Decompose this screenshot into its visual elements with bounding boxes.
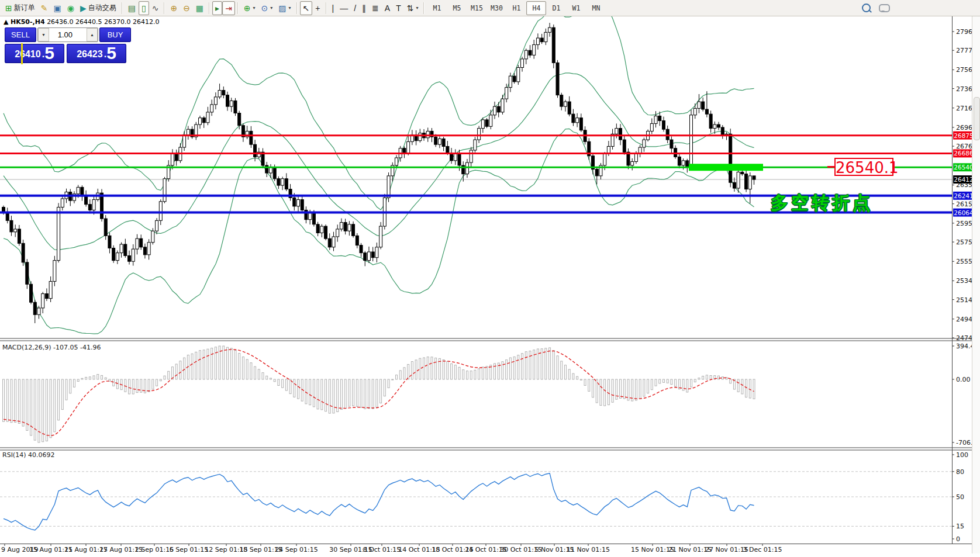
toolbar-separator (164, 2, 165, 14)
toolbar-separator (122, 2, 123, 14)
chat-icon[interactable] (879, 4, 890, 12)
sell-price-big-digit: 5 (44, 44, 54, 62)
toolbar-separator (209, 2, 210, 14)
svg-text:50: 50 (956, 493, 964, 501)
window-icon: ▣ (53, 4, 61, 12)
templates-icon: ▨ (278, 4, 286, 12)
trendline-icon: / (354, 4, 356, 12)
channel-icon: ∥ (362, 4, 366, 12)
svg-text:2 Sep 01:15: 2 Sep 01:15 (135, 546, 174, 553)
svg-text:0: 0 (956, 535, 960, 543)
candlestick-icon: ▯ (142, 4, 146, 12)
text-label-icon: T (396, 4, 401, 12)
volume-increase-button[interactable]: ▲ (87, 28, 98, 41)
toolbar-separator (237, 2, 239, 14)
callout-connector (827, 166, 834, 168)
svg-text:80: 80 (956, 468, 964, 476)
crosshair-icon: + (315, 4, 320, 12)
data-window-button[interactable]: ▣ (50, 1, 64, 15)
text-icon: A (385, 4, 390, 12)
vertical-scrollbar[interactable] (972, 16, 980, 553)
text-button[interactable]: A (382, 1, 393, 15)
toolbar-separator (326, 2, 327, 14)
bar-chart-icon: ▤ (128, 4, 136, 12)
sell-button[interactable]: SELL (5, 27, 36, 42)
buy-price-display[interactable]: 26423 . 5 (67, 44, 126, 63)
arrows-button[interactable]: ⇅▾ (404, 1, 422, 15)
tab-timeframe-MN[interactable]: MN (586, 1, 606, 15)
chevron-down-icon: ▾ (289, 5, 291, 11)
scrollbar-thumb[interactable] (974, 97, 980, 140)
rsi-indicator-label: RSI(14) 40.0692 (2, 451, 54, 459)
signal-button[interactable]: ◉ (64, 1, 77, 15)
price-chart-svg[interactable]: 27968.027770.027566.027368.027164.026960… (0, 0, 980, 557)
text-label-button[interactable]: T (393, 1, 404, 15)
fibonacci-button[interactable]: ≣ (369, 1, 382, 15)
indicators-button[interactable]: ⊕▾ (241, 1, 258, 15)
main-toolbar: ⊞ 新订单 ✎ ▣ ◉ ▶ 自动交易 ▤ ▯ ∿ ⊕ ⊖ ▦ ▸ ⇥ ⊕▾ ⊙▾… (0, 0, 980, 16)
arrows-icon: ⇅ (407, 4, 414, 12)
zoom-in-button[interactable]: ⊕ (167, 1, 180, 15)
chevron-down-icon: ▾ (416, 5, 418, 11)
svg-text:3 Dec 01:15: 3 Dec 01:15 (743, 546, 782, 553)
chart-stage[interactable]: 27968.027770.027566.027368.027164.026960… (0, 0, 980, 557)
collapse-triangle-icon[interactable]: ▲ (4, 18, 8, 26)
zoom-out-button[interactable]: ⊖ (180, 1, 193, 15)
tile-windows-icon: ▦ (196, 4, 203, 12)
horizontal-line-button[interactable]: — (337, 1, 351, 15)
macd-indicator-label: MACD(12,26,9) -107.05 -41.96 (2, 344, 101, 351)
tab-timeframe-H4[interactable]: H4 (526, 1, 546, 15)
metaeditor-button[interactable]: ✎ (38, 1, 51, 15)
autoscroll-button[interactable]: ▸ (212, 1, 222, 15)
volume-decrease-button[interactable]: ▼ (38, 28, 49, 41)
sell-price-main: 26410 (15, 47, 41, 62)
chevron-down-icon: ▾ (270, 5, 272, 11)
tab-timeframe-M1[interactable]: M1 (427, 1, 447, 15)
ohlc-values: 26436.0 26440.5 26370.0 26412.0 (47, 18, 159, 26)
periods-button[interactable]: ⊙▾ (258, 1, 276, 15)
new-order-button[interactable]: ⊞ 新订单 (2, 1, 38, 15)
tab-timeframe-M15[interactable]: M15 (467, 1, 486, 15)
indicators-icon: ⊕ (244, 4, 251, 12)
tab-timeframe-M5[interactable]: M5 (447, 1, 467, 15)
autotrading-button[interactable]: ▶ 自动交易 (77, 1, 119, 15)
chevron-down-icon: ▾ (253, 5, 256, 11)
svg-text:24 Sep 01:15: 24 Sep 01:15 (275, 546, 318, 553)
highlight-zone[interactable] (689, 164, 763, 171)
tab-timeframe-M30[interactable]: M30 (486, 1, 506, 15)
price-annotation-box[interactable]: 26540.1 (834, 158, 893, 176)
vertical-line-button[interactable]: | (329, 1, 337, 15)
chart-bars-button[interactable]: ▤ (125, 1, 139, 15)
svg-text:6 Sep 01:15: 6 Sep 01:15 (170, 546, 208, 553)
turning-point-annotation[interactable]: 多空转折点 (771, 191, 873, 215)
autotrading-label: 自动交易 (88, 3, 116, 13)
volume-input[interactable]: 1.00 (49, 28, 87, 41)
tab-timeframe-H1[interactable]: H1 (506, 1, 526, 15)
new-order-label: 新订单 (14, 3, 35, 13)
buy-button[interactable]: BUY (99, 27, 131, 42)
cursor-button[interactable]: ↖ (300, 1, 313, 15)
chart-line-button[interactable]: ∿ (149, 1, 162, 15)
crosshair-button[interactable]: + (312, 1, 323, 15)
chart-shift-icon: ⇥ (225, 4, 232, 12)
signal-icon: ◉ (67, 4, 74, 12)
templates-button[interactable]: ▨▾ (275, 1, 294, 15)
trendline-button[interactable]: / (351, 1, 359, 15)
toolbar-separator (423, 2, 425, 14)
editor-icon: ✎ (41, 4, 48, 12)
chart-shift-button[interactable]: ⇥ (222, 1, 235, 15)
sell-price-display[interactable]: 26410 . 5 (5, 44, 64, 63)
chart-candles-button[interactable]: ▯ (139, 1, 149, 15)
svg-text:0.00: 0.00 (956, 376, 971, 383)
autotrading-icon: ▶ (80, 4, 87, 12)
autoscroll-icon: ▸ (215, 4, 219, 12)
toolbar-separator (296, 2, 298, 14)
tab-timeframe-W1[interactable]: W1 (566, 1, 586, 15)
channel-button[interactable]: ∥ (359, 1, 369, 15)
search-icon[interactable] (862, 4, 871, 12)
svg-text:100: 100 (956, 451, 968, 459)
tile-windows-button[interactable]: ▦ (193, 1, 206, 15)
chart-window-title: ▲ HK50-,H4 26436.0 26440.5 26370.0 26412… (4, 18, 160, 26)
macd-signal-value: -41.96 (80, 344, 101, 351)
tab-timeframe-D1[interactable]: D1 (546, 1, 566, 15)
